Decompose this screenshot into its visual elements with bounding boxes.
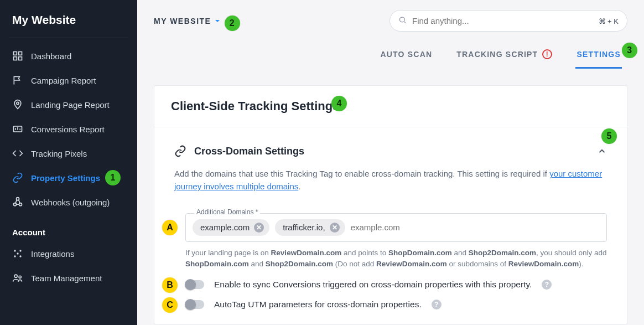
domain-chip: trafficker.io, ✕	[275, 219, 345, 236]
additional-domains-field: A Additional Domains * example.com ✕ tra…	[185, 213, 607, 242]
chip-text: example.com	[200, 223, 250, 232]
link-icon	[12, 172, 23, 183]
caret-down-icon	[214, 18, 221, 24]
sidebar-item-property-settings[interactable]: Property Settings 1	[0, 166, 137, 190]
annotation-2: 2	[225, 16, 240, 31]
section-title: Cross-Domain Settings	[194, 146, 304, 157]
sidebar-section-account: Account	[0, 214, 137, 241]
annotation-b: B	[162, 277, 178, 293]
search-wrap: ⌘ + K	[389, 10, 627, 32]
chip-remove-icon[interactable]: ✕	[330, 223, 340, 233]
svg-point-11	[14, 255, 15, 257]
tabs: AUTO SCAN TRACKING SCRIPT ! SETTINGS 3	[154, 46, 627, 69]
sidebar-item-dashboard[interactable]: Dashboard	[0, 44, 137, 68]
tab-label: AUTO SCAN	[380, 50, 432, 59]
sidebar-item-label: Conversions Report	[31, 125, 105, 134]
domain-chips-input[interactable]: example.com ✕ trafficker.io, ✕	[185, 213, 607, 242]
domain-chip: example.com ✕	[193, 219, 269, 236]
svg-point-12	[19, 255, 21, 257]
sidebar-item-label: Landing Page Report	[31, 100, 110, 110]
annotation-a: A	[162, 220, 178, 235]
help-icon[interactable]: ?	[542, 280, 552, 290]
chip-text: trafficker.io,	[283, 223, 325, 232]
sidebar-item-label: Team Management	[31, 274, 102, 283]
desc-suffix: .	[298, 182, 300, 191]
svg-rect-0	[14, 52, 17, 55]
toggle-label: AutoTag UTM parameters for cross-domain …	[214, 300, 422, 309]
pin-icon	[12, 99, 23, 110]
webhook-icon	[12, 197, 23, 208]
settings-panel: Client-Side Tracking Settings 4 5 Cross-…	[154, 85, 627, 325]
domain-input[interactable]	[351, 223, 600, 232]
annotation-4: 4	[331, 96, 347, 111]
svg-rect-1	[19, 52, 22, 55]
svg-point-10	[19, 250, 21, 251]
tab-settings[interactable]: SETTINGS 3	[575, 46, 622, 69]
sidebar-item-label: Webhooks (outgoing)	[31, 198, 110, 207]
divider	[9, 38, 128, 38]
integrations-icon	[12, 248, 23, 259]
collapse-toggle[interactable]	[597, 146, 607, 158]
keyboard-hint: ⌘ + K	[599, 17, 619, 25]
sidebar-item-team-management[interactable]: Team Management	[0, 266, 137, 290]
svg-rect-2	[14, 57, 17, 60]
help-icon[interactable]: ?	[432, 300, 442, 309]
annotation-3: 3	[622, 43, 637, 58]
sidebar-item-webhooks[interactable]: Webhooks (outgoing)	[0, 190, 137, 214]
topbar: MY WEBSITE 2 ⌘ + K AUTO SCAN TRACKING SC…	[137, 0, 644, 69]
sidebar-item-label: Integrations	[31, 249, 74, 259]
toggle-sync-conversions[interactable]	[185, 280, 204, 289]
section-header: Cross-Domain Settings	[174, 138, 607, 161]
site-switcher-label: MY WEBSITE	[154, 17, 211, 25]
code-icon	[12, 148, 23, 159]
svg-point-13	[17, 252, 18, 254]
section-description: Add the domains that use this Tracking T…	[174, 167, 607, 193]
panel-title: Client-Side Tracking Settings	[171, 99, 610, 114]
field-label: Additional Domains *	[194, 208, 260, 216]
sidebar: My Website Dashboard Campaign Report Lan…	[0, 0, 137, 325]
desc-text: Add the domains that use this Tracking T…	[174, 169, 549, 178]
sidebar-item-tracking-pixels[interactable]: Tracking Pixels	[0, 141, 137, 166]
sidebar-item-landing-page-report[interactable]: Landing Page Report	[0, 92, 137, 117]
toggle-sync-conversions-row: B Enable to sync Conversions triggered o…	[185, 280, 607, 290]
helper-text: If your landing page is on ReviewDomain.…	[185, 247, 607, 270]
chevron-up-icon	[597, 146, 607, 156]
tab-label: SETTINGS	[577, 50, 621, 59]
chip-remove-icon[interactable]: ✕	[254, 223, 264, 233]
svg-point-14	[14, 275, 17, 277]
panel-header: Client-Side Tracking Settings 4	[154, 86, 627, 127]
flag-icon	[12, 75, 23, 86]
site-switcher[interactable]: MY WEBSITE 2	[154, 17, 221, 25]
svg-point-16	[400, 17, 405, 22]
svg-point-4	[17, 102, 19, 104]
svg-rect-3	[19, 57, 22, 60]
sidebar-item-conversions-report[interactable]: Conversions Report	[0, 117, 137, 141]
sidebar-item-label: Campaign Report	[31, 76, 96, 85]
toggle-autotag-utm-row: C AutoTag UTM parameters for cross-domai…	[185, 300, 607, 309]
dashboard-icon	[12, 50, 23, 61]
sidebar-item-label: Dashboard	[31, 51, 71, 61]
sidebar-item-label: Tracking Pixels	[31, 149, 87, 158]
tab-label: TRACKING SCRIPT	[456, 50, 538, 59]
link-icon	[174, 145, 186, 157]
people-icon	[12, 272, 23, 283]
toggle-label: Enable to sync Conversions triggered on …	[214, 280, 532, 290]
search-icon	[398, 16, 407, 26]
bar-icon	[12, 123, 23, 135]
warning-icon: !	[542, 49, 552, 59]
sidebar-item-label: Property Settings	[31, 173, 100, 183]
toggle-autotag-utm[interactable]	[185, 300, 204, 309]
tab-tracking-script[interactable]: TRACKING SCRIPT !	[455, 46, 553, 69]
cross-domain-section: 5 Cross-Domain Settings Add the domains …	[154, 127, 627, 309]
main-area: MY WEBSITE 2 ⌘ + K AUTO SCAN TRACKING SC…	[137, 0, 644, 325]
annotation-5: 5	[601, 128, 617, 144]
sidebar-item-campaign-report[interactable]: Campaign Report	[0, 68, 137, 92]
search-input[interactable]	[389, 10, 627, 32]
svg-point-9	[14, 250, 15, 251]
svg-point-15	[19, 276, 21, 278]
brand-title: My Website	[0, 10, 137, 35]
sidebar-item-integrations[interactable]: Integrations	[0, 241, 137, 266]
annotation-1: 1	[105, 170, 121, 185]
tab-auto-scan[interactable]: AUTO SCAN	[379, 46, 433, 69]
annotation-c: C	[162, 297, 178, 313]
